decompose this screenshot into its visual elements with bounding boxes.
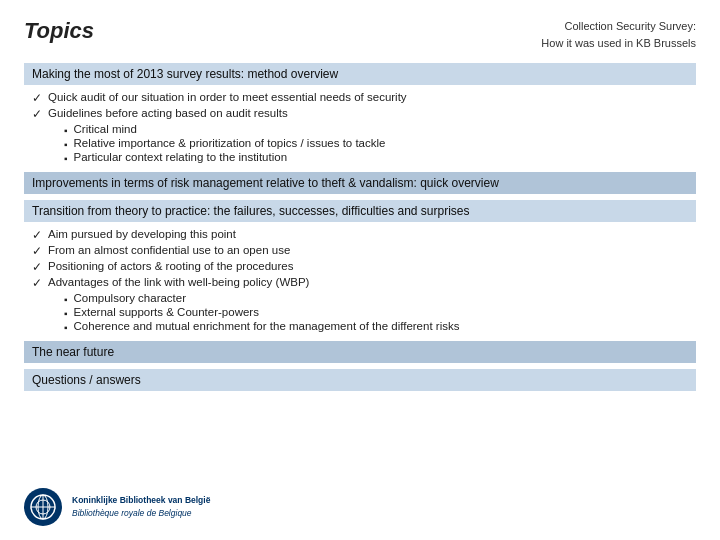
section-bar-4: The near future (24, 341, 696, 363)
bullet-icon: ▪ (64, 294, 68, 305)
bullet-icon: ▪ (64, 308, 68, 319)
org-name-nl: Koninklijke Bibliotheek van België (72, 494, 210, 507)
bullet-icon: ▪ (64, 153, 68, 164)
org-name: Koninklijke Bibliotheek van België Bibli… (72, 494, 210, 520)
bullet-text: Particular context relating to the insti… (74, 151, 288, 163)
section-3-content: ✓ Aim pursued by developing this point ✓… (24, 226, 696, 339)
check-item-text: Advantages of the link with well-being p… (48, 276, 309, 288)
page: Topics Collection Security Survey: How i… (0, 0, 720, 540)
check-item: ✓ Quick audit of our situation in order … (32, 91, 696, 105)
check-item: ✓ From an almost confidential use to an … (32, 244, 696, 258)
org-name-fr: Bibliothèque royale de Belgique (72, 507, 210, 520)
checkmark-icon: ✓ (32, 260, 42, 274)
bullet-icon: ▪ (64, 322, 68, 333)
check-item-text: Quick audit of our situation in order to… (48, 91, 407, 103)
bullet-item: ▪ Critical mind (64, 123, 696, 136)
check-item: ✓ Guidelines before acting based on audi… (32, 107, 696, 121)
check-item: ✓ Aim pursued by developing this point (32, 228, 696, 242)
check-item: ✓ Advantages of the link with well-being… (32, 276, 696, 290)
header: Topics Collection Security Survey: How i… (24, 18, 696, 51)
bullet-item: ▪ External supports & Counter-powers (64, 306, 696, 319)
subtitle-line1: Collection Security Survey: (565, 20, 696, 32)
logo-circle (24, 488, 62, 526)
bullet-list: ▪ Critical mind ▪ Relative importance & … (64, 123, 696, 164)
section-bar-3: Transition from theory to practice: the … (24, 200, 696, 222)
subtitle-line2: How it was used in KB Brussels (541, 37, 696, 49)
bullet-item: ▪ Compulsory character (64, 292, 696, 305)
page-title: Topics (24, 18, 94, 44)
bullet-text: Coherence and mutual enrichment for the … (74, 320, 460, 332)
bullet-list: ▪ Compulsory character ▪ External suppor… (64, 292, 696, 333)
footer: Koninklijke Bibliotheek van België Bibli… (24, 480, 696, 526)
bullet-item: ▪ Relative importance & prioritization o… (64, 137, 696, 150)
checkmark-icon: ✓ (32, 228, 42, 242)
checkmark-icon: ✓ (32, 91, 42, 105)
bullet-text: External supports & Counter-powers (74, 306, 259, 318)
check-item: ✓ Positioning of actors & rooting of the… (32, 260, 696, 274)
bullet-text: Relative importance & prioritization of … (74, 137, 386, 149)
checkmark-icon: ✓ (32, 244, 42, 258)
bullet-item: ▪ Coherence and mutual enrichment for th… (64, 320, 696, 333)
check-item-text: Positioning of actors & rooting of the p… (48, 260, 293, 272)
bullet-icon: ▪ (64, 125, 68, 136)
bullet-icon: ▪ (64, 139, 68, 150)
section-bar-5: Questions / answers (24, 369, 696, 391)
header-subtitle: Collection Security Survey: How it was u… (541, 18, 696, 51)
checkmark-icon: ✓ (32, 107, 42, 121)
bullet-item: ▪ Particular context relating to the ins… (64, 151, 696, 164)
logo-svg (29, 493, 57, 521)
bullet-text: Critical mind (74, 123, 137, 135)
bullet-text: Compulsory character (74, 292, 186, 304)
checkmark-icon: ✓ (32, 276, 42, 290)
check-item-text: Aim pursued by developing this point (48, 228, 236, 240)
section-bar-2: Improvements in terms of risk management… (24, 172, 696, 194)
check-item-text: Guidelines before acting based on audit … (48, 107, 288, 119)
check-item-text: From an almost confidential use to an op… (48, 244, 290, 256)
section-bar-1: Making the most of 2013 survey results: … (24, 63, 696, 85)
section-1-content: ✓ Quick audit of our situation in order … (24, 89, 696, 170)
